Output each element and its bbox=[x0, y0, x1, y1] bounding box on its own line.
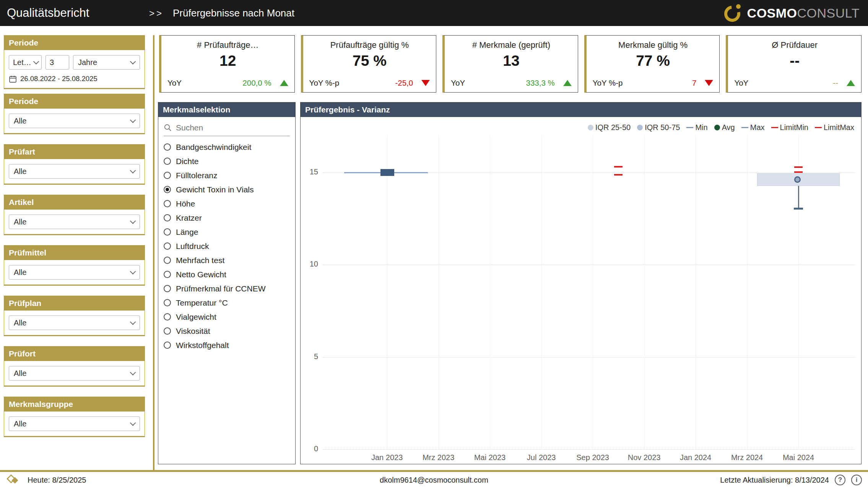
radio-icon[interactable] bbox=[164, 172, 171, 179]
merkmal-item[interactable]: Viskosität bbox=[158, 324, 295, 338]
merkmal-label: Viskosität bbox=[176, 327, 210, 336]
legend-item-avg[interactable]: Avg bbox=[714, 123, 735, 132]
chevron-down-icon bbox=[130, 218, 136, 224]
radio-icon[interactable] bbox=[164, 342, 171, 349]
filter-select-periode[interactable]: Alle bbox=[9, 114, 140, 128]
merkmal-item[interactable]: Dichte bbox=[158, 154, 295, 168]
radio-checked-icon[interactable] bbox=[164, 186, 171, 193]
kpi-value: -- bbox=[734, 52, 855, 69]
search-icon bbox=[164, 124, 172, 132]
legend-item-iqr-25-50[interactable]: IQR 25-50 bbox=[588, 123, 631, 132]
merkmal-label: Dichte bbox=[176, 157, 199, 166]
chevron-down-icon bbox=[130, 168, 136, 174]
gridline-vertical bbox=[541, 135, 542, 449]
merkmal-item[interactable]: Temperatur °C bbox=[158, 296, 295, 310]
footer-today: Heute: 8/25/2025 bbox=[28, 476, 86, 485]
gridline-vertical bbox=[593, 135, 593, 449]
periode-unit-select[interactable]: Jahre bbox=[73, 55, 140, 70]
chevron-down-icon bbox=[130, 319, 136, 325]
filter-select-pruefplan[interactable]: Alle bbox=[9, 316, 140, 330]
legend-item-min[interactable]: Min bbox=[686, 123, 707, 132]
radio-icon[interactable] bbox=[164, 200, 171, 207]
periode-range-panel-header: Periode bbox=[4, 36, 145, 50]
brand-name: COSMOCONSULT bbox=[747, 6, 860, 21]
chart-limit-mark bbox=[614, 174, 623, 176]
plot-area: 051015Jan 2023Mrz 2023Mai 2023Jul 2023Se… bbox=[323, 135, 855, 449]
merkmal-list: Bandgeschwindigkeit Dichte Fülltoleranz … bbox=[158, 140, 295, 352]
radio-icon[interactable] bbox=[164, 242, 171, 250]
legend-item-max[interactable]: Max bbox=[741, 123, 765, 132]
merkmal-item[interactable]: Länge bbox=[158, 225, 295, 239]
periode-date-range-text: 26.08.2022 - 25.08.2025 bbox=[20, 75, 98, 83]
merkmal-item[interactable]: Höhe bbox=[158, 197, 295, 211]
filter-panel-pruefmittel: Prüfmittel Alle bbox=[4, 245, 145, 286]
kpi-value: 75 % bbox=[309, 52, 430, 69]
brand-name-light: CONSULT bbox=[797, 6, 860, 20]
merkmal-item[interactable]: Wirkstoffgehalt bbox=[158, 338, 295, 352]
legend-item-iqr-50-75[interactable]: IQR 50-75 bbox=[637, 123, 680, 132]
merkmal-item[interactable]: Vialgewicht bbox=[158, 310, 295, 324]
trend-down-icon bbox=[421, 80, 430, 86]
radio-icon[interactable] bbox=[164, 285, 171, 292]
kpi-title: Ø Prüfdauer bbox=[734, 40, 855, 50]
x-axis-tick-label: Jan 2024 bbox=[680, 453, 711, 462]
radio-icon[interactable] bbox=[164, 299, 171, 306]
filter-select-value: Alle bbox=[14, 420, 26, 428]
merkmal-item[interactable]: Netto Gewicht bbox=[158, 267, 295, 281]
chevron-down-icon bbox=[130, 420, 136, 426]
kpi-title: # Prüfaufträge… bbox=[167, 40, 288, 50]
filter-panel-merkmalsgruppe: Merkmalsgruppe Alle bbox=[4, 397, 145, 437]
merkmal-item[interactable]: Prüfmerkmal für CCNEW bbox=[158, 281, 295, 296]
chevron-down-icon bbox=[130, 268, 136, 275]
merkmal-item[interactable]: Bandgeschwindigkeit bbox=[158, 140, 295, 154]
breadcrumb: >> Prüfergebnisse nach Monat bbox=[149, 7, 294, 19]
filter-select-pruefort[interactable]: Alle bbox=[9, 366, 140, 381]
filter-select-value: Alle bbox=[14, 218, 26, 226]
iqr-50-75-dot-icon bbox=[637, 125, 643, 130]
merkmal-label: Prüfmerkmal für CCNEW bbox=[176, 284, 266, 293]
search-input[interactable] bbox=[176, 123, 290, 132]
merkmal-item-selected[interactable]: Gewicht Toxin in Vials bbox=[158, 182, 295, 197]
gridline-vertical bbox=[439, 135, 439, 449]
radio-icon[interactable] bbox=[164, 158, 171, 165]
x-axis-tick-label: Jan 2023 bbox=[371, 453, 403, 462]
chart-avg-marker bbox=[794, 176, 801, 183]
kpi-row: # Prüfaufträge… 12 YoY 200,0 % Prüfauftr… bbox=[159, 35, 861, 93]
radio-icon[interactable] bbox=[164, 214, 171, 221]
radio-icon[interactable] bbox=[164, 257, 171, 264]
info-icon[interactable]: i bbox=[851, 475, 862, 485]
y-axis-tick-label: 5 bbox=[302, 352, 318, 361]
radio-icon[interactable] bbox=[164, 271, 171, 278]
merkmal-item[interactable]: Luftdruck bbox=[158, 239, 295, 253]
periode-unit-value: Jahre bbox=[78, 58, 97, 67]
variance-chart-header: Prüfergebnis - Varianz bbox=[301, 102, 861, 117]
filter-select-artikel[interactable]: Alle bbox=[9, 215, 140, 229]
filter-panel-header: Prüfplan bbox=[4, 296, 145, 311]
filter-panel-pruefort: Prüfort Alle bbox=[4, 346, 145, 387]
radio-icon[interactable] bbox=[164, 143, 171, 151]
legend-item-limitmax[interactable]: LimitMax bbox=[815, 123, 854, 132]
chart-box-dark bbox=[380, 169, 394, 176]
filter-select-merkmalsgruppe[interactable]: Alle bbox=[9, 416, 140, 431]
merkmal-label: Vialgewicht bbox=[176, 312, 216, 322]
periode-count-input[interactable] bbox=[46, 55, 69, 70]
merkmal-label: Gewicht Toxin in Vials bbox=[176, 185, 254, 194]
x-axis-tick-label: Sep 2023 bbox=[576, 453, 609, 462]
merkmal-item[interactable]: Fülltoleranz bbox=[158, 168, 295, 182]
merkmal-item[interactable]: Kratzer bbox=[158, 211, 295, 225]
chart-limit-mark bbox=[794, 171, 803, 173]
gridline-horizontal bbox=[323, 449, 855, 450]
filter-select-pruefmittel[interactable]: Alle bbox=[9, 265, 140, 280]
chart-legend: IQR 25-50 IQR 50-75 Min Avg Max LimitMin… bbox=[588, 123, 854, 132]
radio-icon[interactable] bbox=[164, 228, 171, 236]
x-axis-tick-label: Mai 2023 bbox=[474, 453, 506, 462]
merkmal-item[interactable]: Mehrfach test bbox=[158, 253, 295, 267]
legend-item-limitmin[interactable]: LimitMin bbox=[771, 123, 808, 132]
brand-logo: COSMOCONSULT bbox=[723, 3, 860, 23]
filter-select-pruefart[interactable]: Alle bbox=[9, 164, 140, 179]
help-icon[interactable]: ? bbox=[835, 475, 845, 485]
radio-icon[interactable] bbox=[164, 313, 171, 320]
periode-mode-select[interactable]: Let… bbox=[9, 55, 42, 70]
filter-panel-header: Periode bbox=[4, 94, 145, 109]
radio-icon[interactable] bbox=[164, 327, 171, 335]
